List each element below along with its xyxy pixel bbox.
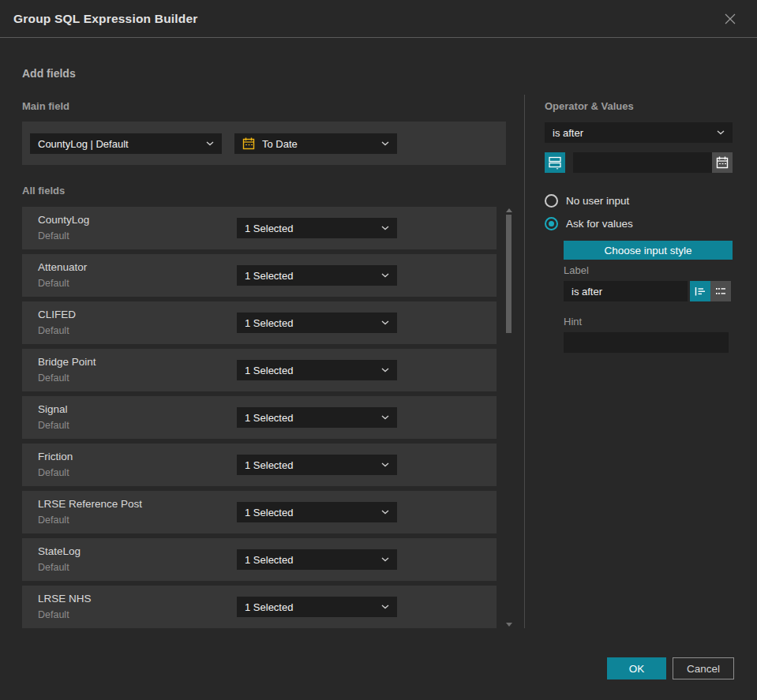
list-style-button[interactable] (710, 281, 731, 301)
field-values-select[interactable]: 1 Selected (237, 218, 397, 238)
chevron-down-icon (717, 130, 725, 135)
all-fields-label: All fields (22, 185, 65, 197)
calendar-icon (716, 156, 729, 169)
ok-button[interactable]: OK (607, 657, 666, 679)
field-values-select-value: 1 Selected (245, 412, 377, 424)
field-name: LRSE Reference Post (38, 498, 142, 510)
chevron-down-icon (381, 605, 389, 609)
chevron-down-icon (381, 415, 389, 420)
field-values-select-value: 1 Selected (245, 223, 377, 234)
scrollbar-thumb[interactable] (506, 215, 512, 333)
field-subtitle: Default (38, 325, 69, 336)
chevron-down-icon (381, 557, 389, 562)
scroll-down-icon[interactable] (506, 623, 512, 627)
field-name: CountyLog (38, 214, 89, 226)
chevron-down-icon (381, 462, 389, 467)
main-field-date-select[interactable]: To Date (234, 133, 397, 154)
field-name: Bridge Point (38, 356, 96, 368)
field-values-select[interactable]: 1 Selected (237, 502, 397, 522)
chevron-down-icon (381, 273, 389, 278)
chevron-down-icon (381, 320, 389, 325)
field-values-select-value: 1 Selected (245, 507, 377, 518)
field-name: StateLog (38, 545, 81, 557)
label-input[interactable] (564, 281, 688, 301)
field-values-select[interactable]: 1 Selected (237, 549, 397, 570)
values-picker-icon (548, 155, 562, 170)
radio-no-user-input-label: No user input (566, 195, 629, 207)
field-values-select[interactable]: 1 Selected (237, 597, 397, 617)
radio-circle-icon (545, 194, 558, 208)
chevron-down-icon (381, 368, 389, 372)
field-values-select-value: 1 Selected (245, 270, 377, 282)
panel-divider (524, 95, 525, 628)
field-subtitle: Default (38, 515, 69, 526)
main-field-date-select-value: To Date (262, 138, 377, 150)
field-name: Friction (38, 451, 73, 462)
field-name: Signal (38, 403, 68, 415)
field-subtitle: Default (38, 372, 69, 384)
main-field-select-value: CountyLog | Default (38, 138, 201, 150)
field-name: LRSE NHS (38, 593, 92, 605)
single-value-input-icon (693, 284, 707, 298)
radio-ask-for-values[interactable]: Ask for values (545, 217, 633, 230)
hint-field-label: Hint (564, 316, 582, 328)
close-icon (723, 12, 737, 26)
field-values-select-value: 1 Selected (245, 459, 377, 471)
scroll-up-icon[interactable] (506, 208, 512, 212)
field-subtitle: Default (38, 562, 69, 573)
field-values-select-value: 1 Selected (245, 365, 377, 376)
field-values-select-value: 1 Selected (245, 601, 377, 613)
field-values-select[interactable]: 1 Selected (237, 360, 397, 380)
list-input-icon (714, 284, 728, 298)
operator-values-heading: Operator & Values (545, 100, 634, 112)
field-subtitle: Default (38, 278, 69, 289)
field-subtitle: Default (38, 609, 69, 620)
field-row: Attenuator Default 1 Selected (22, 254, 497, 297)
all-fields-list: CountyLog Default 1 Selected Attenuator … (22, 207, 497, 633)
titlebar: Group SQL Expression Builder (0, 0, 757, 38)
field-row: Friction Default 1 Selected (22, 444, 497, 486)
field-name: CLIFED (38, 309, 76, 320)
operator-select-value: is after (553, 127, 712, 139)
radio-no-user-input[interactable]: No user input (545, 194, 629, 208)
field-values-select[interactable]: 1 Selected (237, 313, 397, 333)
chevron-down-icon (381, 141, 389, 146)
value-input[interactable] (573, 152, 712, 173)
dialog-title: Group SQL Expression Builder (13, 12, 198, 26)
field-row: LRSE NHS Default 1 Selected (22, 586, 497, 628)
main-field-panel: CountyLog | Default To Date (22, 122, 506, 165)
cancel-button[interactable]: Cancel (673, 657, 734, 679)
list-scrollbar[interactable] (505, 207, 513, 628)
single-value-style-button[interactable] (690, 281, 710, 301)
field-subtitle: Default (38, 230, 69, 241)
label-field-label: Label (564, 264, 589, 276)
close-button[interactable] (721, 10, 739, 28)
main-field-label: Main field (22, 100, 69, 112)
operator-select[interactable]: is after (545, 122, 733, 143)
choose-input-style-button[interactable]: Choose input style (564, 241, 733, 260)
field-row: Signal Default 1 Selected (22, 396, 497, 439)
field-row: CountyLog Default 1 Selected (22, 207, 497, 249)
group-sql-expression-builder-dialog: Group SQL Expression Builder Add fields … (0, 0, 757, 700)
chevron-down-icon (381, 510, 389, 515)
chevron-down-icon (206, 141, 214, 146)
field-values-select[interactable]: 1 Selected (237, 265, 397, 286)
field-subtitle: Default (38, 467, 69, 478)
field-row: Bridge Point Default 1 Selected (22, 349, 497, 391)
field-name: Attenuator (38, 261, 87, 273)
field-row: LRSE Reference Post Default 1 Selected (22, 491, 497, 533)
main-field-select[interactable]: CountyLog | Default (30, 133, 222, 154)
hint-input[interactable] (564, 332, 729, 353)
field-values-select-value: 1 Selected (245, 554, 377, 566)
radio-ask-for-values-label: Ask for values (566, 218, 633, 230)
values-picker-button[interactable] (545, 152, 565, 173)
field-values-select[interactable]: 1 Selected (237, 407, 397, 428)
chevron-down-icon (381, 226, 389, 230)
field-row: CLIFED Default 1 Selected (22, 301, 497, 344)
date-picker-button[interactable] (712, 152, 733, 173)
field-values-select-value: 1 Selected (245, 317, 377, 329)
field-subtitle: Default (38, 420, 69, 431)
field-values-select[interactable]: 1 Selected (237, 455, 397, 475)
radio-selected-icon (545, 217, 558, 230)
add-fields-heading: Add fields (22, 67, 76, 80)
